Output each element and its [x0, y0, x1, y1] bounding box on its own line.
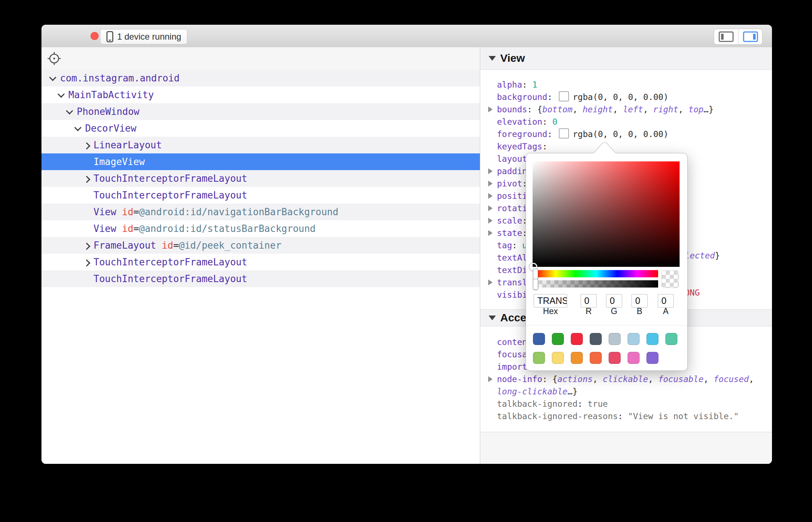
preset-color-swatch[interactable]	[590, 333, 602, 345]
chevron-down-icon[interactable]	[66, 107, 73, 115]
alpha-slider[interactable]	[534, 280, 658, 288]
value-segment: 0	[552, 117, 557, 127]
expand-triangle-icon[interactable]	[488, 205, 493, 211]
preset-color-swatch[interactable]	[646, 333, 658, 345]
tree-node-label: DecorView	[85, 120, 136, 137]
value-segment: import	[497, 362, 527, 372]
preset-color-swatch[interactable]	[571, 333, 583, 345]
value-segment: ,	[678, 105, 689, 114]
hue-slider-handle[interactable]	[533, 269, 538, 280]
expand-triangle-icon[interactable]	[488, 168, 493, 174]
red-label: R	[578, 306, 600, 316]
value-segment: : {	[542, 374, 558, 384]
collapse-triangle-icon[interactable]	[489, 316, 496, 320]
chevron-right-icon[interactable]	[83, 142, 91, 150]
tree-row-framelayout[interactable]: FrameLayout id=@id/peek_container	[41, 237, 480, 254]
chevron-right-icon[interactable]	[83, 243, 91, 250]
tree-row-touchinterceptorframelayout[interactable]: TouchInterceptorFrameLayout	[41, 187, 480, 204]
device-running-button[interactable]: 1 device running	[100, 29, 187, 44]
expand-triangle-icon[interactable]	[488, 376, 493, 382]
preset-color-swatch[interactable]	[533, 333, 545, 345]
tree-row-maintabactivity[interactable]: MainTabActivity	[41, 87, 480, 103]
tree-row-touchinterceptorframelayout[interactable]: TouchInterceptorFrameLayout	[41, 170, 480, 187]
color-value-checkbox[interactable]	[559, 91, 569, 101]
alpha-input[interactable]	[658, 294, 674, 308]
preset-color-swatch[interactable]	[609, 352, 621, 364]
toggle-left-panel-button[interactable]	[714, 29, 738, 44]
preset-color-swatch[interactable]	[533, 352, 545, 364]
section-header-view[interactable]: View	[480, 47, 772, 70]
property-row-node-info[interactable]: node-info: {actions, clickable, focusabl…	[480, 373, 768, 398]
value-segment: :	[542, 142, 548, 151]
hue-slider[interactable]	[534, 270, 658, 277]
property-row-background: background: rgba(0, 0, 0, 0.00)	[480, 91, 768, 103]
truncated-value-fragment: lected}	[685, 249, 720, 262]
preset-color-swatch[interactable]	[590, 352, 602, 364]
value-segment: focused	[713, 374, 749, 384]
value-segment: ,	[573, 105, 583, 114]
value-segment: right	[653, 105, 678, 114]
tree-row-view[interactable]: View id=@android:id/navigationBarBackgro…	[41, 204, 480, 220]
preset-color-swatch[interactable]	[646, 352, 658, 364]
hex-input[interactable]	[534, 294, 567, 308]
tree-node-label: TouchInterceptorFrameLayout	[93, 254, 247, 270]
value-segment: …}	[568, 387, 578, 396]
preset-color-swatch[interactable]	[665, 333, 677, 345]
target-mode-button[interactable]	[47, 51, 62, 66]
chevron-down-icon[interactable]	[49, 74, 56, 81]
value-segment: transl	[497, 278, 527, 287]
preset-color-swatch[interactable]	[552, 333, 564, 345]
preset-color-swatch[interactable]	[609, 333, 621, 345]
tree-node-label: MainTabActivity	[68, 87, 154, 103]
preset-color-swatch[interactable]	[628, 333, 640, 345]
preset-color-swatch[interactable]	[571, 352, 583, 364]
collapse-triangle-icon[interactable]	[489, 56, 496, 61]
color-value-checkbox[interactable]	[559, 128, 569, 138]
toggle-right-panel-button[interactable]	[738, 29, 762, 44]
green-input[interactable]	[606, 294, 622, 308]
tree-row-touchinterceptorframelayout[interactable]: TouchInterceptorFrameLayout	[41, 254, 480, 270]
chevron-right-icon[interactable]	[83, 176, 91, 183]
expand-triangle-icon[interactable]	[488, 280, 493, 285]
saturation-value-area[interactable]	[533, 161, 680, 267]
value-segment: conten	[497, 337, 527, 347]
tree-row-touchinterceptorframelayout[interactable]: TouchInterceptorFrameLayout	[41, 270, 480, 287]
chevron-right-icon[interactable]	[83, 260, 91, 267]
preset-color-swatch[interactable]	[628, 352, 640, 364]
value-segment: focusa	[497, 350, 527, 359]
expand-triangle-icon[interactable]	[488, 230, 493, 236]
chevron-down-icon[interactable]	[74, 124, 81, 131]
value-segment: height	[582, 105, 613, 114]
close-button[interactable]	[91, 32, 99, 40]
expand-triangle-icon[interactable]	[488, 181, 493, 186]
value-segment: : {	[527, 105, 542, 114]
red-input[interactable]	[581, 294, 597, 308]
value-segment: rgba(0, 0, 0, 0.00)	[573, 92, 668, 102]
property-row-elevation: elevation: 0	[480, 116, 768, 128]
property-row-bounds[interactable]: bounds: {bottom, height, left, right, to…	[480, 103, 768, 116]
alpha-slider-handle[interactable]	[533, 279, 538, 290]
value-segment: :	[547, 92, 557, 102]
tree-node-label: TouchInterceptorFrameLayout	[93, 187, 247, 204]
value-segment: focusable	[658, 374, 704, 384]
blue-input[interactable]	[632, 294, 648, 308]
expand-triangle-icon[interactable]	[488, 218, 493, 224]
chevron-down-icon[interactable]	[57, 91, 65, 98]
tree-row-decorview[interactable]: DecorView	[41, 120, 480, 137]
tree-row-linearlayout[interactable]: LinearLayout	[41, 137, 480, 153]
expand-triangle-icon[interactable]	[488, 193, 493, 199]
device-running-label: 1 device running	[117, 32, 181, 42]
expand-triangle-icon[interactable]	[488, 107, 493, 112]
value-segment: elevation	[497, 117, 542, 127]
tree-row-phonewindow[interactable]: PhoneWindow	[41, 103, 480, 120]
app-window: 1 device running	[41, 25, 772, 464]
tree-row-imageview[interactable]: ImageView	[41, 153, 480, 170]
panel-toggle-group	[714, 29, 763, 45]
tree-node-label: PhoneWindow	[77, 103, 139, 120]
phone-icon	[106, 31, 114, 43]
preset-color-swatch[interactable]	[552, 352, 564, 364]
value-segment: :	[542, 117, 553, 127]
tree-row-com.instagram.android[interactable]: com.instagram.android	[41, 70, 480, 87]
value-segment: "View is not visible."	[628, 411, 739, 421]
tree-row-view[interactable]: View id=@android:id/statusBarBackground	[41, 220, 480, 237]
